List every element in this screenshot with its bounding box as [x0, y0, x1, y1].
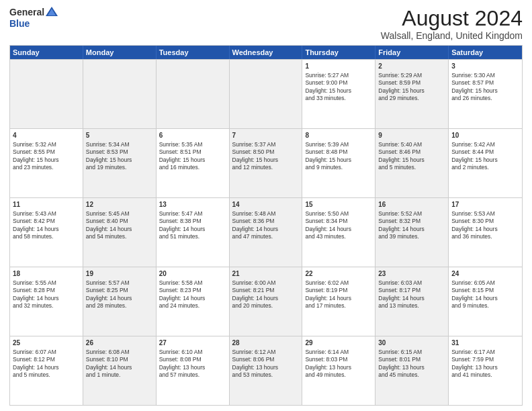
day-info: Daylight: 14 hours — [86, 364, 153, 371]
day-number: 19 — [86, 269, 153, 279]
day-info: and 16 minutes. — [159, 164, 226, 171]
day-number: 6 — [159, 131, 226, 140]
day-number: 5 — [86, 131, 153, 140]
day-info: Sunrise: 5:47 AM — [159, 210, 226, 218]
cal-cell: 13Sunrise: 5:47 AMSunset: 8:38 PMDayligh… — [157, 198, 230, 267]
day-info: Sunset: 8:08 PM — [159, 356, 226, 363]
day-info: and 33 minutes. — [305, 95, 372, 102]
day-info: Sunset: 8:44 PM — [451, 148, 519, 156]
day-info: Sunset: 8:30 PM — [451, 218, 519, 225]
day-info: Sunset: 8:42 PM — [13, 218, 80, 225]
day-info: Sunrise: 5:53 AM — [451, 210, 519, 218]
day-info: Sunrise: 5:55 AM — [13, 279, 80, 287]
cal-cell: 25Sunrise: 6:07 AMSunset: 8:12 PMDayligh… — [10, 336, 83, 405]
cal-cell: 29Sunrise: 6:14 AMSunset: 8:03 PMDayligh… — [302, 336, 375, 405]
day-info: and 5 minutes. — [378, 164, 445, 171]
day-number: 18 — [13, 269, 80, 279]
day-info: and 1 minute. — [86, 371, 153, 379]
day-info: Daylight: 14 hours — [378, 295, 445, 302]
day-number: 16 — [378, 200, 445, 210]
cal-cell: 1Sunrise: 5:27 AMSunset: 9:00 PMDaylight… — [302, 60, 375, 128]
page-title: August 2024 — [381, 7, 523, 30]
cal-cell: 28Sunrise: 6:12 AMSunset: 8:06 PMDayligh… — [230, 336, 303, 405]
header-day-friday: Friday — [375, 46, 449, 59]
day-info: Sunrise: 5:45 AM — [86, 210, 153, 218]
day-info: Sunset: 8:32 PM — [378, 218, 445, 225]
day-info: and 29 minutes. — [378, 95, 445, 102]
day-info: and 58 minutes. — [13, 233, 80, 240]
cal-cell: 11Sunrise: 5:43 AMSunset: 8:42 PMDayligh… — [10, 198, 83, 267]
page-subtitle: Walsall, England, United Kingdom — [381, 30, 523, 41]
day-info: and 49 minutes. — [305, 371, 372, 379]
day-info: and 9 minutes. — [305, 164, 372, 171]
day-info: Sunrise: 5:40 AM — [378, 141, 445, 148]
day-info: Daylight: 14 hours — [378, 226, 445, 233]
day-number: 31 — [451, 338, 519, 348]
day-info: Sunrise: 5:30 AM — [451, 72, 519, 79]
day-number: 12 — [86, 200, 153, 210]
day-info: Daylight: 15 hours — [305, 156, 372, 164]
day-info: Sunset: 8:59 PM — [378, 79, 445, 87]
cal-cell: 12Sunrise: 5:45 AMSunset: 8:40 PMDayligh… — [83, 198, 157, 267]
day-info: Sunset: 8:25 PM — [86, 287, 153, 294]
day-info: Sunrise: 5:34 AM — [86, 141, 153, 148]
day-number: 27 — [159, 338, 226, 348]
day-number: 28 — [232, 338, 300, 348]
cal-cell: 7Sunrise: 5:37 AMSunset: 8:50 PMDaylight… — [230, 129, 303, 197]
day-info: and 17 minutes. — [305, 302, 372, 310]
day-info: and 13 minutes. — [378, 302, 445, 310]
day-number: 13 — [159, 200, 226, 210]
header-day-thursday: Thursday — [302, 46, 375, 59]
day-number: 8 — [305, 131, 372, 140]
day-info: Sunset: 8:38 PM — [159, 218, 226, 225]
day-info: Sunrise: 5:37 AM — [232, 141, 300, 148]
cal-cell: 14Sunrise: 5:48 AMSunset: 8:36 PMDayligh… — [230, 198, 303, 267]
day-info: and 20 minutes. — [232, 302, 300, 310]
day-info: Daylight: 14 hours — [232, 295, 300, 302]
day-info: and 45 minutes. — [378, 371, 445, 379]
day-info: Daylight: 13 hours — [159, 364, 226, 371]
day-number: 4 — [13, 131, 80, 140]
day-info: Daylight: 15 hours — [232, 156, 300, 164]
cal-cell — [157, 60, 230, 128]
day-info: Daylight: 14 hours — [86, 295, 153, 302]
calendar-body: 1Sunrise: 5:27 AMSunset: 9:00 PMDaylight… — [10, 59, 522, 405]
cal-cell: 21Sunrise: 6:00 AMSunset: 8:21 PMDayligh… — [230, 267, 303, 336]
cal-cell: 15Sunrise: 5:50 AMSunset: 8:34 PMDayligh… — [302, 198, 375, 267]
day-info: Sunset: 8:28 PM — [13, 287, 80, 294]
day-info: Daylight: 15 hours — [159, 156, 226, 164]
day-number: 25 — [13, 338, 80, 348]
cal-cell: 17Sunrise: 5:53 AMSunset: 8:30 PMDayligh… — [449, 198, 522, 267]
cal-cell: 8Sunrise: 5:39 AMSunset: 8:48 PMDaylight… — [302, 129, 375, 197]
day-number: 9 — [378, 131, 445, 140]
day-info: and 5 minutes. — [13, 371, 80, 379]
day-number: 1 — [305, 62, 372, 71]
day-info: Daylight: 14 hours — [86, 226, 153, 233]
day-info: Sunset: 8:15 PM — [451, 287, 519, 294]
cal-cell: 19Sunrise: 5:57 AMSunset: 8:25 PMDayligh… — [83, 267, 157, 336]
day-info: Daylight: 15 hours — [86, 156, 153, 164]
day-info: Daylight: 14 hours — [13, 226, 80, 233]
cal-cell: 23Sunrise: 6:03 AMSunset: 8:17 PMDayligh… — [375, 267, 449, 336]
cal-cell: 20Sunrise: 5:58 AMSunset: 8:23 PMDayligh… — [157, 267, 230, 336]
day-info: Sunrise: 6:05 AM — [451, 279, 519, 287]
cal-cell: 10Sunrise: 5:42 AMSunset: 8:44 PMDayligh… — [449, 129, 522, 197]
header-day-saturday: Saturday — [449, 46, 522, 59]
day-info: Sunrise: 5:57 AM — [86, 279, 153, 287]
header-day-wednesday: Wednesday — [230, 46, 303, 59]
cal-cell: 18Sunrise: 5:55 AMSunset: 8:28 PMDayligh… — [10, 267, 83, 336]
day-info: Sunset: 8:23 PM — [159, 287, 226, 294]
day-info: Daylight: 14 hours — [159, 226, 226, 233]
day-info: Daylight: 14 hours — [13, 364, 80, 371]
header-day-tuesday: Tuesday — [157, 46, 230, 59]
day-info: and 54 minutes. — [86, 233, 153, 240]
day-info: Sunrise: 5:50 AM — [305, 210, 372, 218]
day-info: and 2 minutes. — [451, 164, 519, 171]
week-row-5: 25Sunrise: 6:07 AMSunset: 8:12 PMDayligh… — [10, 336, 522, 405]
day-info: Sunset: 8:40 PM — [86, 218, 153, 225]
day-info: Sunset: 8:03 PM — [305, 356, 372, 363]
day-info: and 57 minutes. — [159, 371, 226, 379]
day-info: and 28 minutes. — [86, 302, 153, 310]
day-info: Sunset: 8:50 PM — [232, 148, 300, 156]
day-info: Daylight: 13 hours — [305, 364, 372, 371]
